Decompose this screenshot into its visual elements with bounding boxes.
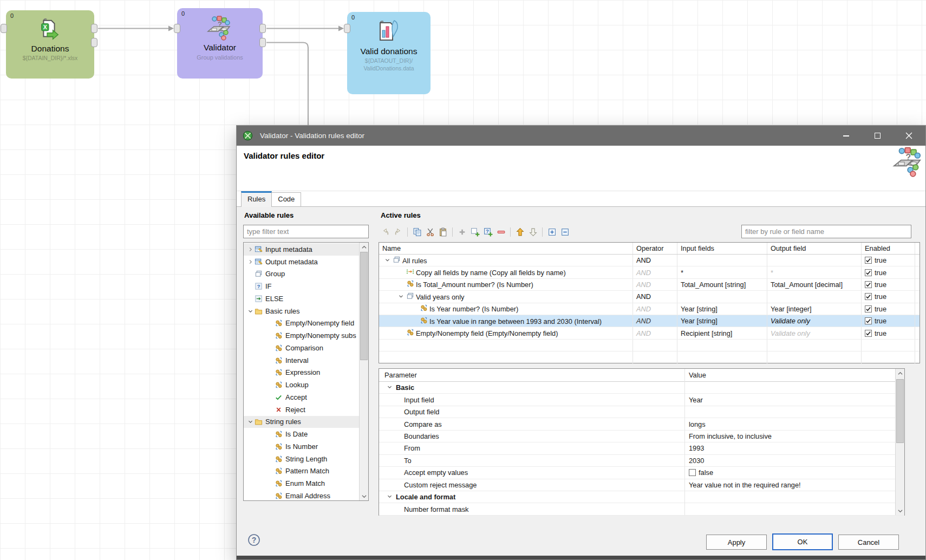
tree-item-expression[interactable]: Expression: [244, 367, 359, 379]
tree-item-string-rules[interactable]: String rules: [244, 416, 359, 428]
tree-item-empty-nonempty-field[interactable]: Empty/Nonempty field: [244, 317, 359, 330]
node-donations[interactable]: 0 X Donations ${DATAIN_DIR}/*.xlsx: [6, 10, 94, 79]
param-value-from[interactable]: 1993: [684, 442, 896, 454]
column-header-operator[interactable]: Operator: [633, 243, 677, 254]
param-row-boundaries[interactable]: BoundariesFrom inclusive, to inclusive: [379, 431, 904, 442]
close-button[interactable]: [896, 126, 921, 146]
param-row-to[interactable]: To2030: [379, 455, 904, 467]
undo-button[interactable]: [379, 225, 392, 238]
help-button[interactable]: ?: [247, 533, 260, 546]
cancel-button[interactable]: Cancel: [838, 535, 899, 550]
output-port[interactable]: [259, 24, 266, 33]
rule-operator[interactable]: AND: [633, 315, 677, 327]
param-value-input-field[interactable]: Year: [684, 394, 896, 405]
output-port[interactable]: [259, 38, 266, 47]
tab-rules[interactable]: Rules: [241, 191, 272, 207]
input-port[interactable]: [174, 24, 180, 33]
param-row-input-field[interactable]: Input fieldYear: [379, 394, 904, 406]
tree-item-reject[interactable]: Reject: [244, 403, 359, 416]
tree-item-empty-nonempty-subs[interactable]: Empty/Nonempty subs: [244, 329, 359, 342]
rule-row-copy-all-fields-by-name-copy-all-fields-by-name[interactable]: Copy all fields by name (Copy all fields…: [379, 266, 920, 278]
enabled-checkbox[interactable]: [865, 281, 872, 288]
output-port[interactable]: [91, 38, 97, 47]
tree-item-accept[interactable]: Accept: [244, 391, 359, 403]
param-value-basic[interactable]: [684, 382, 896, 393]
tab-code[interactable]: Code: [272, 192, 301, 206]
tree-item-is-number[interactable]: Is Number: [244, 440, 359, 453]
rule-output-field[interactable]: Year [integer]: [767, 303, 862, 315]
rule-operator[interactable]: AND: [633, 327, 677, 338]
rule-input-fields[interactable]: *: [677, 266, 767, 278]
input-port[interactable]: [344, 24, 350, 33]
param-value-compare-as[interactable]: longs: [684, 418, 896, 429]
parameters-scrollbar[interactable]: [895, 369, 904, 515]
tree-item-is-date[interactable]: Is Date: [244, 428, 359, 440]
rule-input-fields[interactable]: [677, 255, 767, 266]
scroll-down-icon[interactable]: [360, 492, 368, 500]
rule-output-field[interactable]: [767, 255, 862, 266]
rule-operator[interactable]: AND: [633, 255, 677, 266]
tree-item-basic-rules[interactable]: Basic rules: [244, 305, 359, 317]
chevron-down-icon[interactable]: [387, 383, 393, 392]
rule-output-field[interactable]: [767, 291, 862, 302]
tree-scrollbar[interactable]: [359, 243, 368, 500]
tree-item-output-metadata[interactable]: Output metadata: [244, 256, 359, 268]
rule-row-empty-nonempty-field-empty-nonempty-field[interactable]: Empty/Nonempty field (Empty/Nonempty fie…: [379, 327, 920, 339]
tree-item-else[interactable]: ELSE: [244, 292, 359, 305]
chevron-down-icon[interactable]: [384, 256, 390, 264]
tree-item-pattern-match[interactable]: Pattern Match: [244, 465, 359, 478]
add-group-button[interactable]: [468, 225, 481, 238]
empty-rule-row[interactable]: [379, 351, 920, 363]
column-header-name[interactable]: Name: [379, 243, 633, 254]
rule-row-is-year-number-is-number[interactable]: Is Year number? (Is Number)ANDYear [stri…: [379, 303, 920, 315]
add-button[interactable]: [455, 225, 468, 238]
rule-operator[interactable]: AND: [633, 303, 677, 315]
empty-rule-row[interactable]: [379, 340, 920, 351]
scroll-up-icon[interactable]: [896, 369, 904, 377]
node-validator[interactable]: 0 ? Validator Group validations: [177, 8, 263, 79]
column-header-input-fields[interactable]: Input fields: [677, 243, 767, 254]
param-row-custom-reject-message[interactable]: Custom reject messageYear value not in t…: [379, 479, 904, 491]
value-checkbox[interactable]: [689, 469, 696, 476]
rule-input-fields[interactable]: Year [string]: [677, 315, 767, 327]
param-row-basic[interactable]: Basic: [379, 382, 904, 394]
maximize-button[interactable]: [865, 126, 890, 146]
move-down-button[interactable]: [526, 225, 539, 238]
column-header-output-field[interactable]: Output field: [767, 243, 862, 254]
tree-item-if[interactable]: ?IF: [244, 280, 359, 292]
chevron-down-icon[interactable]: [398, 292, 404, 301]
chevron-down-icon[interactable]: [246, 419, 255, 425]
chevron-down-icon[interactable]: [387, 493, 393, 501]
cut-button[interactable]: [423, 225, 436, 238]
rule-output-field[interactable]: *: [767, 266, 862, 278]
chevron-right-icon[interactable]: [246, 246, 255, 252]
rule-operator[interactable]: AND: [633, 266, 677, 278]
tree-item-input-metadata[interactable]: Input metadata: [244, 243, 359, 256]
rule-operator[interactable]: AND: [633, 279, 677, 290]
rule-input-fields[interactable]: [677, 291, 767, 302]
param-row-from[interactable]: From1993: [379, 442, 904, 454]
param-row-number-format-mask[interactable]: Number format mask: [379, 503, 904, 515]
param-value-custom-reject-message[interactable]: Year value not in the required range!: [684, 479, 896, 491]
rule-row-is-total-amount-number-is-number[interactable]: Is Total_Amount number? (Is Number)ANDTo…: [379, 279, 920, 291]
tree-item-enum-match[interactable]: Enum Match: [244, 477, 359, 490]
param-value-number-format-mask[interactable]: [684, 503, 896, 515]
copy-button[interactable]: [410, 225, 423, 238]
param-value-output-field[interactable]: [684, 406, 896, 418]
param-value-locale-and-format[interactable]: [684, 491, 896, 503]
rule-input-fields[interactable]: Total_Amount [string]: [677, 279, 767, 290]
rule-input-fields[interactable]: Year [string]: [677, 303, 767, 315]
tree-item-string-length[interactable]: String Length: [244, 453, 359, 465]
paste-button[interactable]: [436, 225, 449, 238]
rule-row-valid-years-only[interactable]: Valid years onlyANDtrue: [379, 291, 920, 303]
edge-validator-reject-output[interactable]: [266, 43, 308, 126]
input-port[interactable]: [1, 24, 7, 33]
minimize-button[interactable]: [833, 126, 858, 146]
rule-row-is-year-value-in-range-between-1993-and-2030-interval[interactable]: Is Year value in range between 1993 and …: [379, 315, 920, 327]
enabled-checkbox[interactable]: [865, 330, 872, 337]
param-row-accept-empty-values[interactable]: Accept empty valuesfalse: [379, 467, 904, 479]
param-row-locale-and-format[interactable]: Locale and format: [379, 491, 904, 503]
node-valid-donations[interactable]: 0 Valid donations ${DATAOUT_DIR}/ ValidD…: [347, 12, 431, 94]
enabled-checkbox[interactable]: [865, 305, 872, 312]
move-up-button[interactable]: [513, 225, 526, 238]
